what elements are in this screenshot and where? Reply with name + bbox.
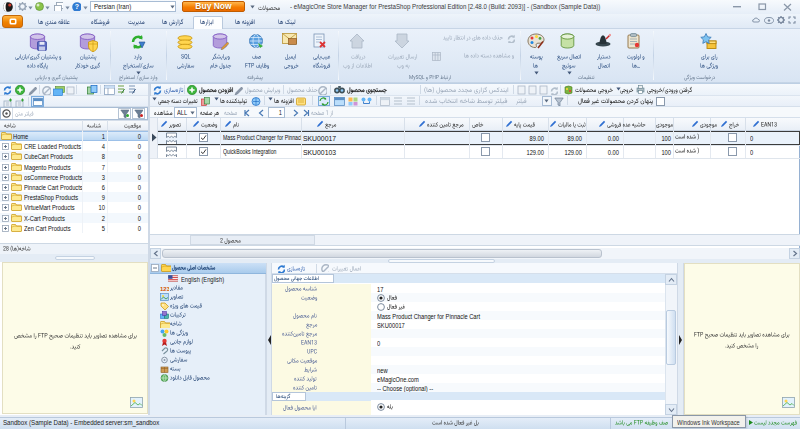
svg-text:123: 123 — [160, 286, 169, 292]
svg-text:?: ? — [75, 3, 79, 10]
